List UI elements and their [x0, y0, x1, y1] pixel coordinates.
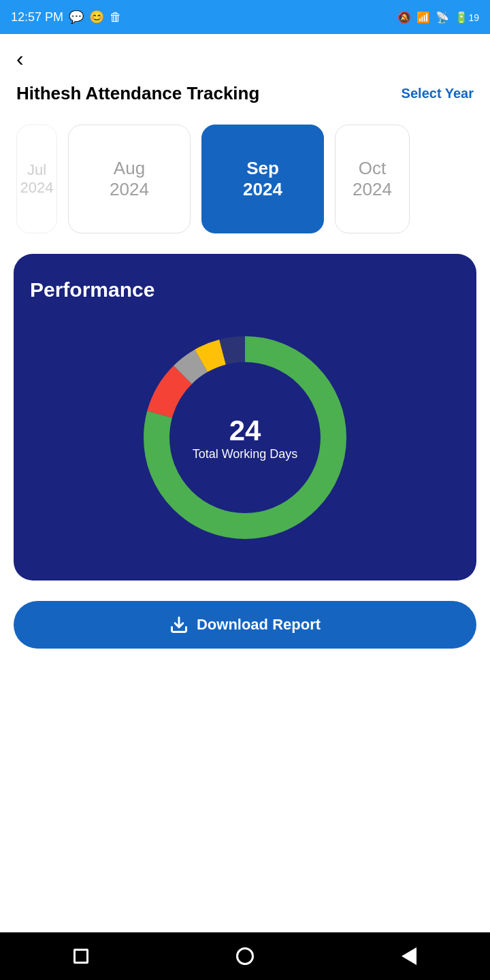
total-days-label: Total Working Days — [193, 447, 298, 461]
nav-home-button[interactable] — [236, 947, 254, 965]
donut-wrapper: 24 Total Working Days — [30, 322, 460, 553]
nav-back-button[interactable] — [402, 947, 416, 965]
total-days-number: 24 — [193, 414, 298, 447]
back-button[interactable]: ‹ — [16, 48, 474, 69]
time-display: 12:57 PM — [11, 10, 63, 24]
sep-month-year: 2024 — [243, 179, 282, 200]
nav-square-button[interactable] — [74, 949, 88, 964]
aug-month-name: Aug — [114, 158, 145, 179]
battery-icon: 🔋19 — [455, 11, 479, 24]
mute-icon: 🔕 — [397, 11, 411, 24]
trash-icon: 🗑 — [110, 10, 122, 24]
performance-title: Performance — [30, 278, 154, 301]
wifi-icon: 📡 — [436, 11, 449, 24]
sep-month-name: Sep — [246, 158, 279, 179]
status-left: 12:57 PM 💬 😊 🗑 — [11, 10, 122, 24]
performance-card: Performance — [14, 254, 476, 581]
donut-chart: 24 Total Working Days — [129, 322, 361, 553]
signal-icon: 📶 — [416, 11, 430, 24]
whatsapp-icon: 💬 — [69, 10, 84, 24]
download-icon — [169, 615, 189, 634]
oct-month-year: 2024 — [353, 179, 392, 200]
aug-month-year: 2024 — [110, 179, 149, 200]
emoji-icon: 😊 — [89, 10, 104, 24]
download-report-button[interactable]: Download Report — [14, 601, 476, 649]
status-right: 🔕 📶 📡 🔋19 — [397, 11, 479, 24]
month-card-partial-left[interactable]: Jul 2024 — [16, 125, 57, 233]
select-year-button[interactable]: Select Year — [402, 86, 474, 101]
page-header: Hithesh Attendance Tracking Select Year — [0, 76, 490, 118]
month-card-aug[interactable]: Aug 2024 — [68, 125, 191, 233]
nav-bar: ‹ — [0, 34, 490, 76]
download-label: Download Report — [197, 616, 321, 634]
bottom-nav — [0, 932, 490, 980]
month-carousel: Jul 2024 Aug 2024 Sep 2024 Oct 2024 — [0, 118, 490, 247]
status-bar: 12:57 PM 💬 😊 🗑 🔕 📶 📡 🔋19 — [0, 0, 490, 34]
page-title: Hithesh Attendance Tracking — [16, 83, 259, 104]
oct-month-name: Oct — [359, 158, 386, 179]
donut-center: 24 Total Working Days — [193, 414, 298, 461]
month-card-sep[interactable]: Sep 2024 — [201, 125, 324, 233]
month-card-oct[interactable]: Oct 2024 — [335, 125, 410, 233]
